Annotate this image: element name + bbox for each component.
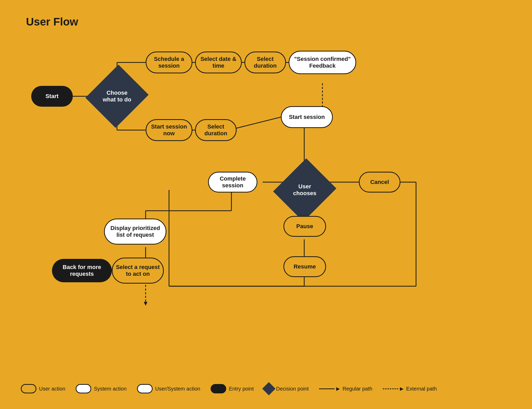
legend-regular-path: ▶ Regular path bbox=[319, 386, 372, 392]
legend-external-path: ▶ External path bbox=[383, 386, 437, 392]
legend-system-action-shape bbox=[76, 384, 91, 393]
legend-external-line: ▶ bbox=[383, 386, 404, 392]
cancel-node: Cancel bbox=[359, 172, 400, 193]
svg-marker-28 bbox=[144, 302, 147, 306]
schedule-session-node: Schedule a session bbox=[146, 52, 192, 73]
pause-node: Pause bbox=[283, 216, 326, 237]
legend-user-action: User action bbox=[21, 384, 65, 393]
select-duration-top-node: Selectduration bbox=[244, 52, 286, 73]
svg-line-12 bbox=[229, 117, 281, 130]
start-session-node: Start session bbox=[281, 106, 333, 128]
legend-user-system-shape bbox=[137, 384, 153, 393]
legend-entry-point: Entry point bbox=[211, 384, 254, 393]
legend-decision-point: Decision point bbox=[264, 384, 309, 393]
user-chooses-diamond: Userchooses bbox=[283, 167, 326, 213]
start-node: Start bbox=[31, 86, 73, 107]
legend-user-action-shape bbox=[21, 384, 36, 393]
select-duration-mid-node: Selectduration bbox=[195, 119, 237, 141]
legend: User action System action User/System ac… bbox=[21, 384, 437, 393]
legend-user-system-action: User/System action bbox=[137, 384, 200, 393]
start-session-now-node: Start sessionnow bbox=[146, 119, 192, 141]
back-for-more-node: Back for morerequests bbox=[52, 259, 112, 282]
display-list-node: Display prioritizedlist of request bbox=[104, 219, 166, 245]
select-request-node: Select a requestto act on bbox=[112, 258, 164, 284]
choose-diamond: Choosewhat to do bbox=[96, 73, 138, 120]
legend-regular-line: ▶ bbox=[319, 386, 340, 392]
legend-entry-shape bbox=[211, 384, 226, 393]
session-confirmed-node: "Session confirmed"Feedback bbox=[289, 51, 356, 74]
legend-decision-shape bbox=[262, 382, 275, 395]
complete-session-node: Completesession bbox=[208, 172, 257, 193]
flowchart: Start Choosewhat to do Schedule a sessio… bbox=[0, 0, 532, 409]
select-date-node: Select date &time bbox=[195, 52, 242, 73]
resume-node: Resume bbox=[283, 256, 326, 277]
legend-system-action: System action bbox=[76, 384, 127, 393]
